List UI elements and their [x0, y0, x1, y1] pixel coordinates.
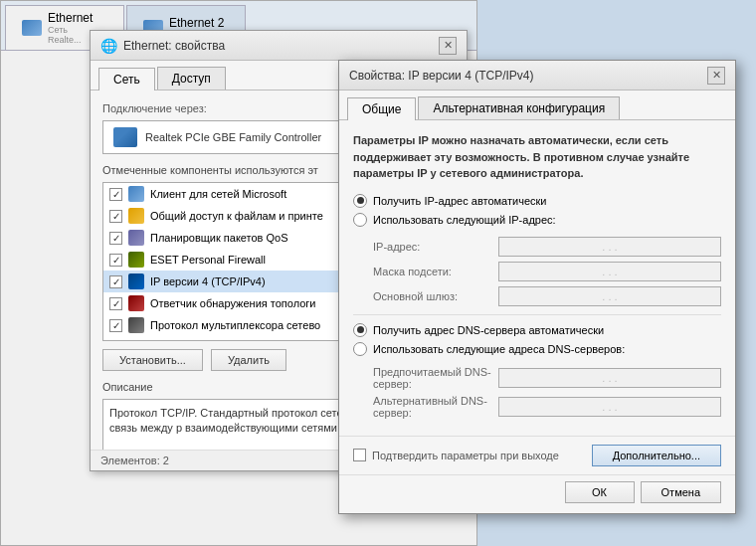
auto-ip-radio-circle[interactable]: [353, 194, 367, 208]
dns-fields: Предпочитаемый DNS-сервер: . . . Альтерн…: [373, 366, 721, 419]
comp-qos-label: Планировщик пакетов QoS: [150, 232, 288, 244]
ip-dialog-close-button[interactable]: ✕: [707, 67, 725, 85]
ok-button[interactable]: ОК: [565, 481, 635, 503]
mux-icon: [128, 317, 144, 333]
eth-dialog-title: 🌐 Ethernet: свойства: [100, 38, 225, 54]
ip-footer-buttons: Дополнительно...: [592, 445, 721, 466]
preferred-dns-label: Предпочитаемый DNS-сервер:: [373, 366, 492, 390]
tab-eth1-label: Ethernet: [48, 11, 93, 25]
ipv4-icon: [128, 273, 144, 289]
gateway-input[interactable]: . . .: [498, 286, 721, 306]
ip-address-label: IP-адрес:: [373, 241, 492, 253]
adapter-icon: [113, 127, 137, 147]
eth-dialog-titlebar: 🌐 Ethernet: свойства ✕: [91, 31, 467, 61]
subnet-mask-input[interactable]: . . .: [498, 262, 721, 281]
gateway-row: Основной шлюз: . . .: [373, 286, 721, 306]
preferred-dns-row: Предпочитаемый DNS-сервер: . . .: [373, 366, 721, 390]
ip-info-text-content: Параметры IP можно назначать автоматичес…: [353, 134, 689, 179]
ip-tab-alt-config[interactable]: Альтернативная конфигурация: [418, 96, 620, 119]
cancel-button[interactable]: Отмена: [641, 481, 721, 503]
ip-address-row: IP-адрес: . . .: [373, 237, 721, 257]
ip-tab-general[interactable]: Общие: [347, 97, 416, 120]
auto-dns-radio-circle[interactable]: [353, 323, 367, 337]
elements-count: Элементов: 2: [100, 455, 169, 466]
checkbox-ipv4[interactable]: [109, 275, 122, 288]
eset-icon: [128, 252, 144, 268]
eth-dialog-title-text: Ethernet: свойства: [123, 39, 225, 53]
ip-ok-cancel-bar: ОК Отмена: [339, 474, 735, 513]
comp-microsoft-client-label: Клиент для сетей Microsoft: [150, 188, 286, 200]
divider: [353, 314, 721, 315]
advanced-button[interactable]: Дополнительно...: [592, 445, 721, 466]
ip-content: Параметры IP можно назначать автоматичес…: [339, 120, 735, 436]
preferred-dns-input[interactable]: . . .: [498, 368, 721, 388]
checkbox-qos[interactable]: [109, 232, 122, 245]
auto-dns-label: Получить адрес DNS-сервера автоматически: [373, 324, 604, 336]
ip-footer: Подтвердить параметры при выходе Дополни…: [339, 436, 735, 474]
eth-dialog-close-button[interactable]: ✕: [439, 37, 457, 55]
auto-ip-radio[interactable]: Получить IP-адрес автоматически: [353, 194, 721, 208]
ip-dialog-titlebar: Свойства: IP версии 4 (TCP/IPv4) ✕: [339, 61, 735, 91]
comp-topology-label: Ответчик обнаружения топологи: [150, 297, 315, 309]
dns-radio-group: Получить адрес DNS-сервера автоматически…: [353, 323, 721, 356]
checkbox-file-sharing[interactable]: [109, 210, 122, 223]
comp-eset-label: ESET Personal Firewall: [150, 254, 266, 266]
manual-dns-radio-circle[interactable]: [353, 342, 367, 356]
auto-ip-label: Получить IP-адрес автоматически: [373, 195, 546, 207]
comp-file-sharing-label: Общий доступ к файлам и принте: [150, 210, 323, 222]
comp-ipv4-label: IP версии 4 (TCP/IPv4): [150, 275, 266, 287]
checkbox-microsoft-client[interactable]: [109, 188, 122, 201]
checkbox-mux[interactable]: [109, 319, 122, 332]
subnet-mask-row: Маска подсети: . . .: [373, 262, 721, 281]
ethernet1-icon: [22, 20, 42, 36]
confirm-label: Подтвердить параметры при выходе: [372, 450, 559, 461]
ip-info-text: Параметры IP можно назначать автоматичес…: [353, 132, 721, 182]
net-icon: [128, 186, 144, 202]
adapter-name: Realtek PCIe GBE Family Controller: [145, 131, 321, 143]
ip-dialog-title: Свойства: IP версии 4 (TCP/IPv4): [349, 69, 534, 83]
auto-dns-radio[interactable]: Получить адрес DNS-сервера автоматически: [353, 323, 721, 337]
tab-eth2-label: Ethernet 2: [169, 16, 224, 30]
alt-dns-row: Альтернативный DNS-сервер: . . .: [373, 395, 721, 419]
subnet-mask-label: Маска подсети:: [373, 266, 492, 277]
manual-ip-label: Использовать следующий IP-адрес:: [373, 214, 556, 226]
qos-icon: [128, 230, 144, 246]
topo-icon: [128, 295, 144, 311]
confirm-checkbox-row: Подтвердить параметры при выходе: [353, 449, 559, 461]
alt-dns-label: Альтернативный DNS-сервер:: [373, 395, 492, 419]
alt-dns-input[interactable]: . . .: [498, 397, 721, 417]
ip-properties-dialog: Свойства: IP версии 4 (TCP/IPv4) ✕ Общие…: [338, 60, 736, 514]
tab-ethernet1-text: Ethernet СетьRealte...: [48, 11, 93, 45]
share-icon: [128, 208, 144, 224]
comp-mux-label: Протокол мультиплексора сетево: [150, 319, 320, 331]
ip-fields: IP-адрес: . . . Маска подсети: . . . Осн…: [373, 237, 721, 306]
tab-eth1-subtitle: СетьRealte...: [48, 25, 93, 45]
manual-ip-radio[interactable]: Использовать следующий IP-адрес:: [353, 213, 721, 227]
manual-dns-label: Использовать следующие адреса DNS-сервер…: [373, 343, 625, 355]
eth-tab-network[interactable]: Сеть: [98, 68, 155, 91]
ip-address-input[interactable]: . . .: [498, 237, 721, 257]
ip-dialog-tabs: Общие Альтернативная конфигурация: [339, 91, 735, 120]
checkbox-topology[interactable]: [109, 297, 122, 310]
manual-ip-radio-circle[interactable]: [353, 213, 367, 227]
ip-radio-group: Получить IP-адрес автоматически Использо…: [353, 194, 721, 227]
confirm-checkbox[interactable]: [353, 449, 366, 461]
eth-tab-access[interactable]: Доступ: [157, 67, 226, 90]
install-button[interactable]: Установить...: [102, 349, 203, 371]
gateway-label: Основной шлюз:: [373, 290, 492, 302]
remove-button[interactable]: Удалить: [211, 349, 286, 371]
manual-dns-radio[interactable]: Использовать следующие адреса DNS-сервер…: [353, 342, 721, 356]
checkbox-eset[interactable]: [109, 254, 122, 267]
